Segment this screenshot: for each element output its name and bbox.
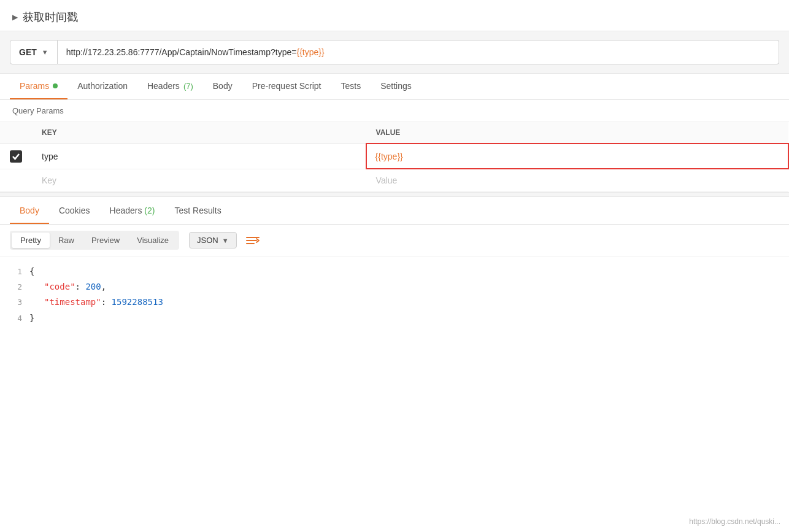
url-variable: {{type}} <box>296 47 324 57</box>
code-line-1: 1 { <box>10 264 779 279</box>
method-dropdown[interactable]: GET ▼ <box>10 40 58 64</box>
line-num-2: 2 <box>10 280 22 294</box>
params-table-header: KEY VALUE <box>0 122 788 144</box>
code-line-2: 2 "code": 200, <box>10 279 779 295</box>
url-input[interactable]: http://172.23.25.86:7777/App/Captain/Now… <box>58 40 779 64</box>
row1-value: {{type}} <box>375 152 403 161</box>
code-line-4: 4 } <box>10 310 779 326</box>
line-num-4: 4 <box>10 311 22 325</box>
method-label: GET <box>19 47 37 57</box>
query-params-label: Query Params <box>12 106 64 115</box>
tab-authorization-label: Authorization <box>77 81 128 91</box>
code-content-2: "code": 200, <box>29 279 106 295</box>
col-value-header: VALUE <box>366 122 788 144</box>
row2-key-cell[interactable]: Key <box>32 169 366 192</box>
response-tab-body[interactable]: Body <box>10 198 49 224</box>
format-tab-visualize[interactable]: Visualize <box>128 233 177 248</box>
col-checkbox <box>0 122 32 144</box>
code-line-3: 3 "timestamp": 1592288513 <box>10 295 779 310</box>
params-dot-indicator <box>53 83 58 88</box>
row1-value-cell[interactable]: {{type}} <box>366 144 788 169</box>
json-format-label: JSON <box>197 236 218 245</box>
row1-checkbox[interactable] <box>10 150 22 163</box>
line-num-3: 3 <box>10 295 22 309</box>
tab-tests[interactable]: Tests <box>331 74 371 99</box>
tab-pre-request-script[interactable]: Pre-request Script <box>242 74 331 99</box>
col-key-header: KEY <box>32 122 366 144</box>
code-content-3: "timestamp": 1592288513 <box>29 295 163 310</box>
url-plain-text: http://172.23.25.86:7777/App/Captain/Now… <box>66 47 297 57</box>
code-area: 1 { 2 "code": 200, 3 "timestamp": 159228… <box>0 256 789 333</box>
dropdown-arrow-icon: ▼ <box>42 48 48 56</box>
url-bar: GET ▼ http://172.23.25.86:7777/App/Capta… <box>0 31 789 74</box>
row2-checkbox-cell <box>0 169 32 192</box>
row1-checkbox-cell <box>0 144 32 169</box>
response-tab-test-results-label: Test Results <box>174 206 221 215</box>
format-tab-raw-label: Raw <box>58 236 74 245</box>
format-bar: Pretty Raw Preview Visualize JSON ▼ <box>0 225 789 256</box>
format-tab-visualize-label: Visualize <box>137 236 169 245</box>
response-headers-badge: (2) <box>144 206 155 215</box>
tab-params[interactable]: Params <box>10 74 67 99</box>
code-content-1: { <box>29 264 34 279</box>
response-tabs: Body Cookies Headers (2) Test Results <box>0 198 789 225</box>
response-tab-body-label: Body <box>20 206 39 215</box>
tab-tests-label: Tests <box>341 81 361 91</box>
row2-value-cell[interactable]: Value <box>366 169 788 192</box>
tab-headers-label: Headers <box>147 81 180 91</box>
response-tab-cookies[interactable]: Cookies <box>49 198 100 224</box>
json-format-selector[interactable]: JSON ▼ <box>189 232 237 249</box>
params-table: KEY VALUE type {{type}} Key <box>0 122 789 192</box>
section-divider <box>0 192 789 197</box>
line-num-1: 1 <box>10 264 22 279</box>
tab-params-label: Params <box>20 81 49 91</box>
tab-settings-label: Settings <box>380 81 412 91</box>
format-tabs: Pretty Raw Preview Visualize <box>10 231 179 250</box>
row2-value-placeholder: Value <box>376 175 398 185</box>
request-tabs: Params Authorization Headers (7) Body Pr… <box>0 74 789 100</box>
format-tab-pretty-label: Pretty <box>20 236 41 245</box>
format-tab-pretty[interactable]: Pretty <box>12 233 50 248</box>
page-title: 获取时间戳 <box>23 10 78 25</box>
response-tab-test-results[interactable]: Test Results <box>164 198 231 224</box>
query-params-section: Query Params <box>0 100 789 122</box>
format-tab-raw[interactable]: Raw <box>50 233 83 248</box>
code-content-4: } <box>29 310 34 326</box>
tab-pre-request-label: Pre-request Script <box>252 81 321 91</box>
tab-settings[interactable]: Settings <box>371 74 421 99</box>
table-row: Key Value <box>0 169 788 192</box>
wrap-toggle-icon[interactable] <box>245 234 260 247</box>
tab-body-label: Body <box>213 81 233 91</box>
json-format-arrow-icon: ▼ <box>222 237 229 244</box>
expand-arrow-icon[interactable]: ▶ <box>12 13 18 21</box>
response-tab-headers[interactable]: Headers (2) <box>100 198 165 224</box>
tab-headers[interactable]: Headers (7) <box>137 74 203 99</box>
response-tab-cookies-label: Cookies <box>59 206 90 215</box>
page-header: ▶ 获取时间戳 <box>0 0 789 31</box>
format-tab-preview[interactable]: Preview <box>83 233 128 248</box>
row2-key-placeholder: Key <box>42 175 56 185</box>
format-tab-preview-label: Preview <box>91 236 120 245</box>
response-tab-headers-label: Headers <box>110 206 142 215</box>
tab-authorization[interactable]: Authorization <box>67 74 137 99</box>
row1-key: type <box>42 152 58 161</box>
row1-key-cell[interactable]: type <box>32 144 366 169</box>
headers-badge: (7) <box>183 82 193 91</box>
tab-body[interactable]: Body <box>203 74 242 99</box>
table-row: type {{type}} <box>0 144 788 169</box>
